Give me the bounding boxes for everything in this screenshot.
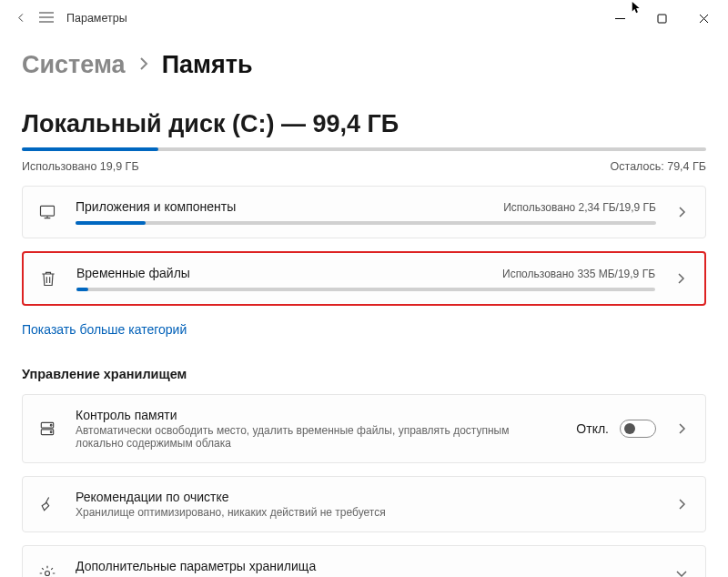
section-storage-management: Управление хранилищем — [22, 367, 706, 381]
disk-used-label: Использовано 19,9 ГБ — [22, 160, 139, 173]
minimize-button[interactable] — [599, 4, 641, 33]
category-label: Приложения и компоненты — [76, 199, 236, 214]
card-title: Дополнительные параметры хранилища — [76, 559, 656, 573]
chevron-right-icon — [672, 272, 690, 285]
chevron-right-icon — [672, 422, 691, 435]
svg-point-6 — [46, 572, 50, 576]
chevron-right-icon — [138, 55, 149, 76]
chevron-right-icon — [672, 498, 691, 511]
advanced-storage-card[interactable]: Дополнительные параметры хранилища Парам… — [22, 545, 706, 577]
breadcrumb: Система Память — [22, 51, 706, 79]
card-title: Рекомендации по очистке — [76, 490, 656, 504]
svg-rect-1 — [41, 206, 55, 216]
disk-usage-bar — [22, 147, 706, 151]
cleanup-card[interactable]: Рекомендации по очистке Хранилище оптими… — [22, 476, 706, 532]
drive-icon — [35, 420, 59, 438]
close-button[interactable] — [682, 4, 724, 33]
app-title: Параметры — [66, 12, 127, 25]
category-label: Временные файлы — [76, 266, 190, 280]
disk-remaining-label: Осталось: 79,4 ГБ — [611, 160, 706, 173]
toggle-state-label: Откл. — [576, 421, 609, 436]
apps-icon — [35, 203, 59, 221]
menu-icon[interactable] — [39, 10, 54, 26]
breadcrumb-current: Память — [162, 51, 253, 79]
breadcrumb-parent[interactable]: Система — [22, 51, 126, 79]
titlebar: Параметры — [0, 0, 728, 36]
svg-rect-0 — [658, 15, 666, 23]
svg-point-4 — [50, 424, 52, 426]
chevron-right-icon — [672, 206, 691, 218]
card-title: Контроль памяти — [76, 408, 560, 422]
category-stat: Использовано 2,34 ГБ/19,9 ГБ — [503, 201, 656, 214]
category-stat: Использовано 335 МБ/19,9 ГБ — [502, 268, 655, 280]
svg-point-5 — [50, 431, 52, 433]
show-more-link[interactable]: Показать больше категорий — [22, 322, 187, 337]
trash-icon — [36, 269, 60, 288]
card-desc: Автоматически освободить место, удалить … — [76, 424, 560, 450]
chevron-down-icon — [672, 569, 691, 577]
back-button[interactable] — [16, 10, 26, 26]
disk-usage-fill — [22, 147, 158, 151]
category-apps[interactable]: Приложения и компоненты Использовано 2,3… — [22, 186, 706, 238]
category-bar — [76, 288, 655, 291]
disk-title: Локальный диск (C:) — 99,4 ГБ — [22, 110, 706, 138]
category-temp-files[interactable]: Временные файлы Использовано 335 МБ/19,9… — [22, 251, 706, 306]
broom-icon — [35, 495, 59, 513]
storage-sense-card[interactable]: Контроль памяти Автоматически освободить… — [22, 394, 706, 463]
card-desc: Хранилище оптимизировано, никаких действ… — [76, 506, 656, 519]
category-bar — [76, 221, 656, 225]
storage-sense-toggle[interactable] — [620, 420, 656, 438]
gear-icon — [35, 564, 59, 577]
maximize-button[interactable] — [641, 4, 682, 33]
